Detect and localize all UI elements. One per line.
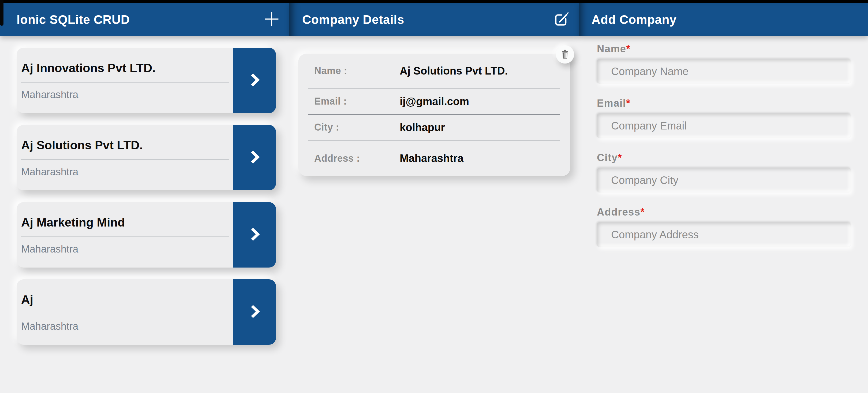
chevron-right-icon bbox=[247, 304, 262, 320]
field-label-text: Address bbox=[597, 206, 641, 218]
company-city-input[interactable] bbox=[597, 168, 851, 192]
company-email-input[interactable] bbox=[597, 113, 851, 138]
app-title: Ionic SQLite CRUD bbox=[17, 12, 130, 27]
company-name: Aj Marketing Mind bbox=[21, 215, 229, 230]
chevron-right-icon bbox=[247, 226, 262, 243]
toolbar-company-list: Ionic SQLite CRUD bbox=[0, 3, 289, 36]
plus-icon bbox=[263, 10, 280, 28]
field-label: City* bbox=[597, 152, 868, 163]
company-card[interactable]: Aj Maharashtra bbox=[17, 279, 276, 345]
field-label: Name* bbox=[597, 43, 868, 55]
required-asterisk: * bbox=[626, 43, 631, 54]
form-group-address: Address* bbox=[579, 206, 868, 247]
card-divider bbox=[21, 314, 229, 314]
open-company-button[interactable] bbox=[233, 48, 276, 113]
details-title: Company Details bbox=[302, 12, 404, 27]
toolbar-row: Ionic SQLite CRUD Company Details Add Co… bbox=[0, 3, 868, 36]
company-name: Aj Solutions Pvt LTD. bbox=[21, 138, 229, 152]
company-name: Aj Innovations Pvt LTD. bbox=[21, 61, 229, 75]
form-group-email: Email* bbox=[579, 97, 868, 138]
company-card[interactable]: Aj Solutions Pvt LTD. Maharashtra bbox=[17, 125, 276, 190]
company-list-panel: Aj Innovations Pvt LTD. Maharashtra Aj S… bbox=[0, 36, 289, 393]
company-card-text: Aj Marketing Mind Maharashtra bbox=[17, 202, 229, 255]
company-details-card: Name : Aj Solutions Pvt LTD. Email : ij@… bbox=[298, 54, 570, 176]
open-company-button[interactable] bbox=[233, 125, 276, 190]
form-group-city: City* bbox=[579, 152, 868, 192]
detail-value: kolhapur bbox=[400, 121, 445, 133]
open-company-button[interactable] bbox=[233, 279, 276, 345]
card-divider bbox=[21, 237, 229, 237]
company-details-panel: Name : Aj Solutions Pvt LTD. Email : ij@… bbox=[289, 36, 579, 393]
detail-row-address: Address : Maharashtra bbox=[298, 141, 570, 176]
detail-label: Address : bbox=[314, 153, 400, 164]
add-company-title: Add Company bbox=[591, 12, 677, 27]
card-divider bbox=[21, 159, 229, 160]
detail-row-city: City : kolhapur bbox=[298, 115, 570, 140]
field-label: Address* bbox=[597, 206, 868, 218]
field-label: Email* bbox=[597, 97, 868, 109]
required-asterisk: * bbox=[626, 98, 630, 109]
detail-label: City : bbox=[314, 122, 400, 133]
detail-label: Email : bbox=[314, 96, 400, 107]
field-label-text: Email bbox=[597, 98, 626, 109]
content-area: Aj Innovations Pvt LTD. Maharashtra Aj S… bbox=[0, 36, 868, 393]
company-city: Maharashtra bbox=[21, 89, 229, 100]
chevron-right-icon bbox=[247, 149, 262, 166]
company-name: Aj bbox=[21, 293, 229, 307]
screen-corner-notch bbox=[0, 0, 3, 26]
company-name-input[interactable] bbox=[597, 59, 851, 84]
company-city: Maharashtra bbox=[21, 166, 229, 178]
company-card-text: Aj Innovations Pvt LTD. Maharashtra bbox=[17, 48, 229, 100]
status-bar bbox=[0, 0, 868, 3]
delete-company-button[interactable] bbox=[556, 45, 574, 64]
form-group-name: Name* bbox=[579, 43, 868, 84]
open-company-button[interactable] bbox=[233, 202, 276, 268]
company-city: Maharashtra bbox=[21, 321, 229, 332]
detail-value: Maharashtra bbox=[400, 152, 463, 164]
company-card[interactable]: Aj Marketing Mind Maharashtra bbox=[17, 202, 276, 268]
detail-value: ij@gmail.com bbox=[400, 95, 469, 108]
trash-icon bbox=[560, 49, 569, 60]
card-divider bbox=[21, 82, 229, 83]
toolbar-company-details: Company Details bbox=[289, 3, 579, 36]
detail-row-email: Email : ij@gmail.com bbox=[298, 88, 570, 114]
detail-label: Name : bbox=[314, 65, 400, 77]
detail-row-name: Name : Aj Solutions Pvt LTD. bbox=[298, 54, 570, 88]
required-asterisk: * bbox=[641, 206, 645, 218]
company-card-text: Aj Maharashtra bbox=[17, 279, 229, 332]
company-card-text: Aj Solutions Pvt LTD. Maharashtra bbox=[17, 125, 229, 178]
edit-icon bbox=[552, 10, 570, 29]
company-address-input[interactable] bbox=[597, 222, 851, 247]
add-company-panel: Name* Email* City* Address* bbox=[579, 36, 868, 393]
company-card[interactable]: Aj Innovations Pvt LTD. Maharashtra bbox=[17, 48, 276, 113]
field-label-text: City bbox=[597, 152, 618, 163]
add-company-button[interactable] bbox=[262, 10, 281, 29]
toolbar-add-company: Add Company bbox=[579, 3, 868, 36]
detail-value: Aj Solutions Pvt LTD. bbox=[400, 65, 508, 77]
company-city: Maharashtra bbox=[21, 243, 229, 255]
required-asterisk: * bbox=[618, 152, 622, 163]
edit-company-button[interactable] bbox=[551, 10, 570, 29]
field-label-text: Name bbox=[597, 43, 626, 54]
chevron-right-icon bbox=[247, 72, 262, 89]
